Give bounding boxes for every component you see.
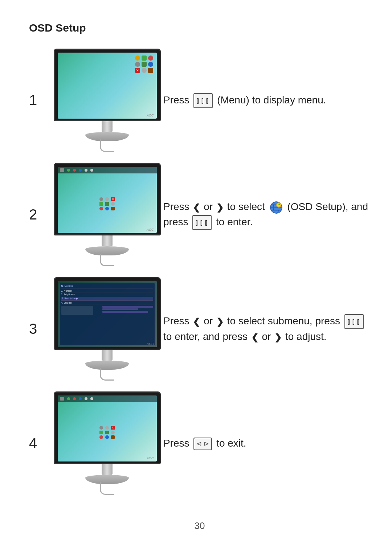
step-number-2: 2	[29, 206, 47, 223]
monitor-cable-2	[100, 254, 114, 266]
aoc-label-2: AOC	[147, 228, 154, 231]
menu-button-icon-2: ⫿⫿⫿	[192, 215, 212, 230]
step-row-3: 3 N. Monitor 1. Number 2. Brightness 3. …	[29, 277, 370, 381]
monitor-bezel-2: ✕ AOC	[54, 163, 161, 235]
chevron-left-2: ❮	[193, 201, 200, 214]
step-number-1: 1	[29, 92, 47, 108]
monitor-bezel-1: ✕ AOC	[54, 49, 161, 121]
monitor-screen-4: ✕ AOC	[58, 395, 157, 461]
stand-neck-2	[102, 235, 113, 246]
step-row-2: 2	[29, 163, 370, 266]
chevron-left-3a: ❮	[193, 315, 200, 328]
or-text-3a: or	[204, 315, 213, 327]
step-row-1: 1	[29, 49, 370, 152]
chevron-right-2: ❯	[216, 201, 224, 214]
globe-icon-2	[269, 201, 283, 214]
monitor-bezel-4: ✕ AOC	[54, 391, 161, 464]
stand-neck-4	[102, 464, 113, 475]
step-desc-2: Press ❮ or ❯ to select (OSD Setup), and …	[163, 199, 370, 230]
aoc-label-3: AOC	[147, 342, 154, 346]
monitor-3: N. Monitor 1. Number 2. Brightness 3. Re…	[51, 277, 163, 381]
screen-icons-1: ✕	[135, 56, 153, 73]
stand-neck-1	[102, 121, 113, 132]
step-row-4: 4	[29, 391, 370, 495]
menu-button-icon-3: ⫿⫿⫿	[344, 314, 364, 329]
monitor-screen-1: ✕ AOC	[58, 53, 157, 119]
menu-bar-2	[58, 167, 157, 173]
aoc-label-1: AOC	[147, 114, 154, 117]
menu-button-icon-1: ⫿⫿⫿	[193, 93, 213, 108]
monitor-bezel-3: N. Monitor 1. Number 2. Brightness 3. Re…	[54, 277, 161, 350]
monitor-cable-4	[100, 482, 114, 495]
monitor-screen-2: ✕ AOC	[58, 167, 157, 233]
chevron-right-3b: ❯	[274, 331, 282, 344]
exit-button-icon: ⊲ ⊳	[193, 438, 212, 450]
monitor-cable-3	[100, 368, 114, 381]
or-text-3b: or	[262, 331, 271, 342]
monitor-cable-1	[100, 139, 114, 152]
step-desc-1: Press ⫿⫿⫿ (Menu) to display menu.	[163, 93, 370, 108]
page-number: 30	[29, 520, 370, 532]
menu-bar-4	[58, 395, 157, 402]
step-number-4: 4	[29, 435, 47, 451]
step-number-3: 3	[29, 321, 47, 337]
steps-container: 1	[29, 49, 370, 506]
monitor-2: ✕ AOC	[51, 163, 163, 266]
monitor-screen-3: N. Monitor 1. Number 2. Brightness 3. Re…	[58, 281, 157, 347]
svg-point-7	[279, 204, 280, 205]
chevron-left-3b: ❮	[251, 331, 258, 344]
step-desc-4: Press ⊲ ⊳ to exit.	[163, 436, 370, 451]
stand-neck-3	[102, 350, 113, 361]
chevron-right-3a: ❯	[216, 315, 224, 328]
page-title: OSD Setup	[29, 22, 370, 34]
monitor-4: ✕ AOC	[51, 391, 163, 495]
monitor-1: ✕ AOC	[51, 49, 163, 152]
or-text-2a: or	[204, 201, 213, 212]
aoc-label-4: AOC	[147, 456, 154, 460]
step-desc-3: Press ❮ or ❯ to select submenu, press ⫿⫿…	[163, 313, 370, 344]
